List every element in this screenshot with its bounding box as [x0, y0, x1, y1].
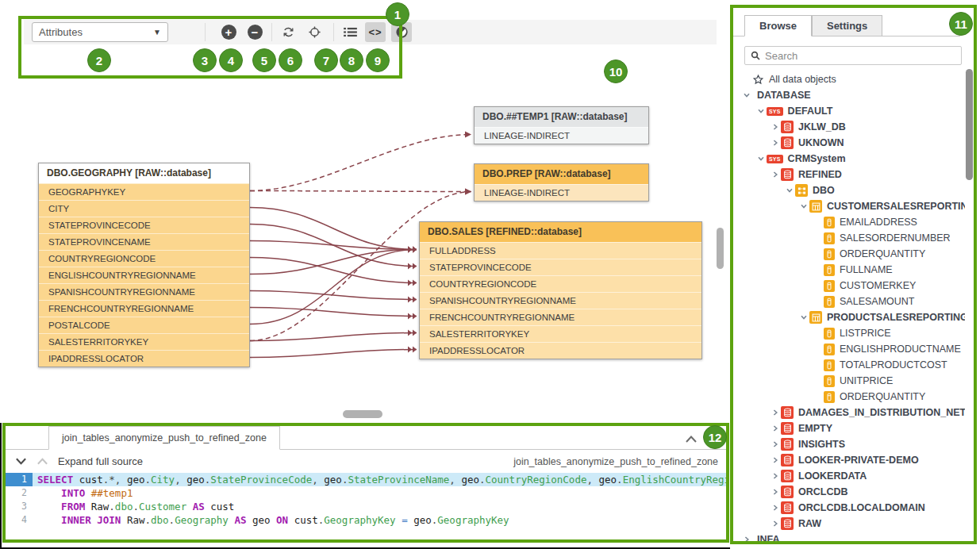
expand-full-source-link[interactable]: Expand full source: [58, 455, 143, 467]
tree-item-customersalesreporting[interactable]: CUSTOMERSALESREPORTING: [741, 198, 965, 214]
tree-item-lookerdata[interactable]: LOOKERDATA: [741, 468, 965, 484]
lineage-node-title[interactable]: DBO.PREP [RAW::database]: [475, 164, 648, 184]
chevron-right-icon[interactable]: [770, 488, 781, 496]
tree-item-insights[interactable]: INSIGHTS: [741, 436, 965, 452]
tree-item-emailaddress[interactable]: EMAILADDRESS: [741, 214, 965, 230]
chevron-right-icon[interactable]: [741, 536, 752, 543]
lineage-node-title[interactable]: DBO.##TEMP1 [RAW::database]: [475, 107, 648, 127]
lineage-column-row[interactable]: FRENCHCOUNTRYREGIONNAME: [39, 300, 249, 317]
lineage-column-row[interactable]: LINEAGE-INDIRECT: [475, 184, 648, 201]
chevron-down-icon[interactable]: [784, 186, 795, 194]
lineage-column-row[interactable]: LINEAGE-INDIRECT: [475, 127, 648, 144]
lineage-column-row[interactable]: ENGLISHCOUNTRYREGIONNAME: [39, 267, 249, 283]
lineage-column-row[interactable]: COUNTRYREGIONCODE: [39, 250, 249, 267]
tree-item-label: JKLW_DB: [798, 121, 846, 132]
vertical-scrollbar-thumb[interactable]: [717, 228, 724, 269]
chevron-right-icon[interactable]: [770, 139, 781, 147]
lineage-column-row[interactable]: STATEPROVINCENAME: [39, 233, 249, 250]
code-line: 3 FROM Raw.dbo.Customer AS cust: [6, 500, 726, 513]
search-box[interactable]: [744, 46, 962, 65]
lineage-node-temp1[interactable]: DBO.##TEMP1 [RAW::database]LINEAGE-INDIR…: [474, 106, 649, 144]
code-tab-row: join_tables_anonymize_push_to_refined_zo…: [6, 426, 726, 450]
lineage-column-row[interactable]: FULLADDRESS: [420, 242, 701, 259]
tree-item-uknown[interactable]: UKNOWN: [741, 135, 965, 151]
lineage-node-title[interactable]: DBO.SALES [REFINED::database]: [420, 222, 701, 242]
tree-item-orclcdb[interactable]: ORCLCDB: [741, 484, 965, 500]
chevron-down-icon[interactable]: [741, 91, 752, 99]
tree-item-dbo[interactable]: DBO: [741, 182, 965, 198]
tree-item-label: CUSTOMERKEY: [840, 280, 916, 291]
chevron-right-icon[interactable]: [770, 504, 781, 512]
lineage-column-row[interactable]: CITY: [39, 200, 249, 217]
previous-statement-icon[interactable]: [37, 457, 48, 466]
column-icon: [824, 280, 835, 292]
tree-item-listprice[interactable]: LISTPRICE: [741, 325, 965, 341]
tree-item-salesamount[interactable]: SALESAMOUNT: [741, 294, 965, 309]
tree-item-empty[interactable]: EMPTY: [741, 420, 965, 436]
chevron-down-icon[interactable]: [798, 202, 809, 210]
chevron-right-icon[interactable]: [770, 123, 781, 131]
chevron-right-icon[interactable]: [770, 456, 781, 464]
tree-item-label: SALESORDERNUMBER: [840, 232, 951, 244]
chevron-down-icon[interactable]: [798, 313, 809, 321]
lineage-column-row[interactable]: STATEPROVINCECODE: [420, 259, 701, 275]
tab-browse[interactable]: Browse: [744, 15, 812, 36]
lineage-column-row[interactable]: IPADDRESSLOCATOR: [39, 350, 249, 367]
tree-item-customerkey[interactable]: CUSTOMERKEY: [741, 278, 965, 294]
tree-item-label: All data objects: [769, 74, 836, 85]
collapse-panel-icon[interactable]: [685, 432, 698, 447]
lineage-column-row[interactable]: FRENCHCOUNTRYREGIONNAME: [420, 309, 701, 325]
lineage-column-row[interactable]: SALESTERRITORYKEY: [39, 333, 249, 350]
chevron-right-icon[interactable]: [770, 520, 781, 528]
tree-item-crmsystem[interactable]: SYSCRMSystem: [741, 151, 965, 167]
lineage-column-row[interactable]: IPADDRESSLOCATOR: [420, 342, 701, 359]
lineage-node-geography[interactable]: DBO.GEOGRAPHY [RAW::database]GEOGRAPHYKE…: [38, 163, 250, 367]
lineage-column-row[interactable]: COUNTRYREGIONCODE: [420, 275, 701, 292]
code-tab[interactable]: join_tables_anonymize_push_to_refined_zo…: [48, 426, 280, 450]
lineage-column-row[interactable]: POSTALCODE: [39, 317, 249, 333]
lineage-node-prep[interactable]: DBO.PREP [RAW::database]LINEAGE-INDIRECT: [474, 163, 649, 202]
tree-item-default[interactable]: SYSDEFAULT: [741, 103, 965, 119]
tree-item-raw[interactable]: RAW: [741, 516, 965, 532]
tree-item-englishproductname[interactable]: ENGLISHPRODUCTNAME: [741, 341, 965, 357]
chevron-right-icon[interactable]: [770, 424, 781, 432]
next-statement-icon[interactable]: [15, 457, 27, 466]
search-input[interactable]: [765, 50, 955, 62]
lineage-canvas[interactable]: Attributes ▼ +−<> DBO.GEOGRAPHY [RAW::da…: [0, 0, 730, 423]
tree-item-jklw-db[interactable]: JKLW_DB: [741, 119, 965, 135]
sidebar-scrollbar-thumb[interactable]: [966, 69, 973, 180]
lineage-node-sales[interactable]: DBO.SALES [REFINED::database]FULLADDRESS…: [419, 221, 702, 359]
tree-item-looker-private-demo[interactable]: LOOKER-PRIVATE-DEMO: [741, 452, 965, 468]
chevron-down-icon[interactable]: [755, 155, 767, 163]
chevron-down-icon[interactable]: [755, 107, 767, 115]
code-line-source: SELECT cust.*, geo.City, geo.StateProvin…: [33, 473, 726, 486]
tree-item-fullname[interactable]: FULLNAME: [741, 262, 965, 278]
horizontal-scrollbar-thumb[interactable]: [343, 410, 382, 418]
chevron-right-icon[interactable]: [770, 171, 781, 179]
chevron-right-icon[interactable]: [770, 440, 781, 448]
lineage-column-row[interactable]: SALESTERRITORYKEY: [420, 325, 701, 342]
database-icon: [781, 168, 794, 181]
tree-item-unitprice[interactable]: UNITPRICE: [741, 373, 965, 389]
chevron-right-icon[interactable]: [770, 409, 781, 417]
tab-settings[interactable]: Settings: [812, 15, 882, 36]
lineage-column-row[interactable]: SPANISHCOUNTRYREGIONNAME: [39, 283, 249, 300]
system-icon: SYS: [767, 155, 783, 163]
lineage-column-row[interactable]: GEOGRAPHYKEY: [39, 183, 249, 200]
tree-item-productsalesreporting[interactable]: PRODUCTSALESREPORTING: [741, 309, 965, 325]
lineage-column-row[interactable]: STATEPROVINCECODE: [39, 217, 249, 233]
chevron-right-icon[interactable]: [770, 472, 781, 480]
tree-item-orderquantity[interactable]: ORDERQUANTITY: [741, 389, 965, 405]
tree-item-orclcdb-localdomain[interactable]: ORCLCDB.LOCALDOMAIN: [741, 500, 965, 516]
lineage-node-title[interactable]: DBO.GEOGRAPHY [RAW::database]: [39, 163, 249, 183]
tree-item-refined[interactable]: REFINED: [741, 167, 965, 182]
tree-item-database[interactable]: DATABASE: [741, 87, 965, 103]
tree-item-all-data-objects[interactable]: All data objects: [741, 71, 965, 87]
tree-item-orderquantity[interactable]: ORDERQUANTITY: [741, 246, 965, 262]
tree-item-damages-in-distribution-netw[interactable]: DAMAGES_IN_DISTRIBUTION_NETW: [741, 405, 965, 420]
database-icon: [781, 136, 794, 149]
tree-item-totalproductcost[interactable]: TOTALPRODUCTCOST: [741, 357, 965, 373]
lineage-column-row[interactable]: SPANISHCOUNTRYREGIONNAME: [420, 292, 701, 309]
tree-item-infa[interactable]: INFA: [741, 532, 965, 543]
tree-item-salesordernumber[interactable]: SALESORDERNUMBER: [741, 230, 965, 246]
